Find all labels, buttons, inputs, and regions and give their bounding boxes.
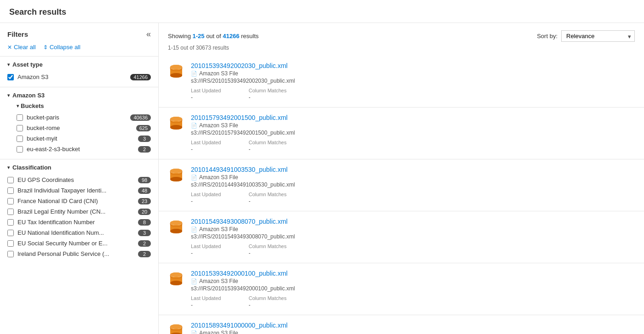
- classification-item[interactable]: EU Tax Identification Number 8: [7, 217, 151, 227]
- svg-point-11: [170, 221, 182, 225]
- asset-type-section: ▾ Asset type Amazon S3 41266: [0, 56, 158, 87]
- result-type: 📄 Amazon S3 File: [191, 122, 635, 129]
- svg-point-8: [170, 169, 182, 173]
- file-icon: 📄: [191, 330, 197, 334]
- result-content: 201015893491000000_public.xml 📄 Amazon S…: [191, 322, 635, 334]
- column-matches: Column Matches -: [248, 88, 287, 101]
- svg-point-2: [170, 65, 182, 69]
- classification-items-container: EU GPS Coordinates 98 Brazil Individual …: [7, 175, 151, 259]
- bucket-item[interactable]: bucket-rome 625: [17, 123, 151, 133]
- classification-section: ▾ Classification EU GPS Coordinates 98 B…: [0, 159, 158, 264]
- file-icon: 📄: [191, 226, 197, 232]
- filters-title: Filters: [7, 30, 28, 38]
- result-title[interactable]: 201015893491000000_public.xml: [191, 322, 288, 329]
- classification-item[interactable]: EU Social Security Number or E... 2: [7, 238, 151, 249]
- bucket-checkbox[interactable]: [17, 136, 23, 142]
- classification-item[interactable]: Brazil Individual Taxpayer Identi... 48: [7, 185, 151, 196]
- result-title[interactable]: 201014493491003530_public.xml: [191, 166, 288, 173]
- svg-point-10: [170, 229, 182, 233]
- classification-count: 98: [138, 177, 151, 183]
- sort-select[interactable]: Relevance Last Updated Name: [561, 30, 635, 42]
- bucket-count: 3: [138, 136, 151, 142]
- classification-item[interactable]: EU National Identification Num... 3: [7, 227, 151, 238]
- classification-checkbox[interactable]: [7, 209, 14, 215]
- last-updated: Last Updated -: [191, 140, 221, 153]
- result-title[interactable]: 201015493493008070_public.xml: [191, 218, 288, 225]
- result-item: 201015393492000100_public.xml 📄 Amazon S…: [159, 263, 644, 315]
- column-matches: Column Matches -: [248, 243, 287, 256]
- collapse-icon[interactable]: «: [146, 29, 151, 39]
- collapse-icon: ⇕: [43, 44, 48, 51]
- classification-checkbox[interactable]: [7, 240, 14, 247]
- caret-down-icon-class: ▾: [7, 165, 10, 170]
- classification-count: 23: [138, 198, 151, 204]
- result-path: s3://IRS/201015793492001500_public.xml: [191, 130, 635, 136]
- result-type: 📄 Amazon S3 File: [191, 70, 635, 77]
- classification-count: 2: [138, 251, 151, 257]
- classification-item[interactable]: Ireland Personal Public Service (... 2: [7, 249, 151, 259]
- result-meta: Last Updated - Column Matches -: [191, 243, 635, 256]
- result-title[interactable]: 201015393492002030_public.xml: [191, 62, 288, 69]
- result-meta: Last Updated - Column Matches -: [191, 140, 635, 153]
- result-path: s3://IRS/201015493493008070_public.xml: [191, 233, 635, 240]
- bucket-item[interactable]: bucket-paris 40636: [17, 112, 151, 123]
- classification-item[interactable]: Brazil Legal Entity Number (CN... 20: [7, 206, 151, 217]
- result-item: 201015793492001500_public.xml 📄 Amazon S…: [159, 108, 644, 159]
- classification-count: 3: [138, 230, 151, 236]
- classification-label: Brazil Legal Entity Number (CN...: [17, 208, 134, 215]
- result-path: s3://IRS/201015393492002030_public.xml: [191, 78, 635, 84]
- file-icon: 📄: [191, 175, 197, 181]
- classification-checkbox[interactable]: [7, 177, 14, 183]
- svg-point-17: [170, 324, 182, 329]
- classification-title: ▾ Classification: [7, 164, 151, 171]
- bucket-item[interactable]: eu-east-2-s3-bucket 2: [17, 144, 151, 154]
- bucket-checkbox[interactable]: [17, 114, 23, 121]
- result-item: 201015893491000000_public.xml 📄 Amazon S…: [159, 315, 644, 334]
- collapse-all-button[interactable]: ⇕ Collapse all: [43, 44, 80, 51]
- classification-checkbox[interactable]: [7, 219, 14, 226]
- classification-checkbox[interactable]: [7, 230, 14, 236]
- buckets-title: ▾ Buckets: [17, 102, 151, 109]
- sort-section: Sort by: Relevance Last Updated Name: [537, 30, 635, 42]
- result-title[interactable]: 201015393492000100_public.xml: [191, 270, 288, 277]
- classification-checkbox[interactable]: [7, 251, 14, 257]
- result-path: s3://IRS/201014493491003530_public.xml: [191, 181, 635, 188]
- s3-bucket-icon: [168, 323, 184, 334]
- file-icon: 📄: [191, 71, 197, 77]
- results-list: 201015393492002030_public.xml 📄 Amazon S…: [159, 56, 644, 334]
- asset-type-amazon-s3-item[interactable]: Amazon S3 41266: [7, 72, 151, 82]
- svg-point-14: [170, 272, 182, 277]
- sort-select-wrapper[interactable]: Relevance Last Updated Name: [561, 30, 635, 42]
- classification-label: EU National Identification Num...: [17, 229, 134, 236]
- result-content: 201015493493008070_public.xml 📄 Amazon S…: [191, 218, 635, 256]
- bucket-checkbox[interactable]: [17, 146, 23, 153]
- bucket-checkbox[interactable]: [17, 125, 23, 131]
- last-updated: Last Updated -: [191, 243, 221, 256]
- result-meta: Last Updated - Column Matches -: [191, 192, 635, 204]
- result-title[interactable]: 201015793492001500_public.xml: [191, 114, 288, 121]
- classification-label: EU GPS Coordinates: [17, 176, 134, 183]
- bucket-item[interactable]: bucket-myit 3: [17, 133, 151, 144]
- result-type: 📄 Amazon S3 File: [191, 330, 635, 334]
- classification-item[interactable]: France National ID Card (CNI) 23: [7, 196, 151, 206]
- results-header: Showing 1-25 out of 41266 results Sort b…: [159, 23, 644, 45]
- classification-checkbox[interactable]: [7, 198, 14, 204]
- svg-point-4: [170, 125, 182, 130]
- last-updated: Last Updated -: [191, 88, 221, 101]
- bucket-label: bucket-rome: [27, 125, 132, 131]
- file-icon: 📄: [191, 123, 197, 129]
- classification-count: 20: [138, 209, 151, 215]
- classification-item[interactable]: EU GPS Coordinates 98: [7, 175, 151, 185]
- amazon-s3-title: ▾ Amazon S3: [7, 92, 151, 99]
- clear-all-button[interactable]: ✕ Clear all: [7, 44, 36, 51]
- result-meta: Last Updated - Column Matches -: [191, 88, 635, 101]
- classification-checkbox[interactable]: [7, 187, 14, 194]
- amazon-s3-checkbox[interactable]: [7, 74, 14, 80]
- svg-point-1: [170, 73, 182, 78]
- bucket-count: 625: [136, 125, 151, 131]
- result-item: 201014493491003530_public.xml 📄 Amazon S…: [159, 159, 644, 211]
- classification-count: 48: [138, 187, 151, 194]
- result-type: 📄 Amazon S3 File: [191, 278, 635, 284]
- s3-bucket-icon: [168, 115, 184, 131]
- svg-point-7: [170, 177, 182, 181]
